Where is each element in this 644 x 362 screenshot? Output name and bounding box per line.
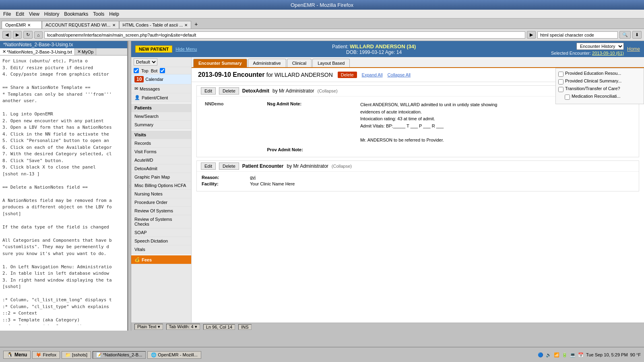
tab-encounter-summary[interactable]: Encounter Summary bbox=[193, 59, 247, 67]
selected-encounter-label: Selected Encounter: bbox=[551, 51, 591, 56]
home-link[interactable]: Home bbox=[627, 46, 640, 52]
sidebar-item-visits[interactable]: Visits bbox=[131, 131, 191, 139]
menu-tools[interactable]: Tools bbox=[93, 11, 104, 17]
taskbar-item-openemr[interactable]: 🌐 OpenEMR - Mozill... bbox=[147, 351, 201, 359]
editor-tab-1-label: *NationNotes_2-Base-3-Using.txt bbox=[7, 49, 72, 54]
menu-help[interactable]: Help bbox=[109, 11, 119, 17]
plain-text-status[interactable]: Plain Text ▾ bbox=[134, 324, 163, 330]
tab-clinical[interactable]: Clinical bbox=[287, 59, 312, 67]
editor-content[interactable]: For Linux (ubuntu/ etc), Pinta o 3. Edit… bbox=[0, 56, 127, 325]
top-checkbox[interactable] bbox=[134, 68, 139, 73]
sidebar-item-detoxadmit[interactable]: DetoxAdmit bbox=[131, 165, 191, 173]
tab-account-close[interactable]: ✕ bbox=[112, 23, 116, 27]
menu-history[interactable]: History bbox=[44, 11, 59, 17]
encounter-delete-button[interactable]: Delete bbox=[338, 72, 357, 78]
taskbar-item-firefox[interactable]: 🦊 Firefox bbox=[32, 351, 60, 359]
selected-encounter-link[interactable]: 2013-09-10 (61) bbox=[592, 51, 624, 56]
tab-html-codes[interactable]: HTML Codes - Table of ascii ... ✕ bbox=[119, 21, 192, 29]
sidebar-item-acutewd[interactable]: AcuteWD bbox=[131, 156, 191, 165]
start-button[interactable]: 🐧 Menu bbox=[3, 351, 31, 359]
sidebar-item-detoxadmit-label: DetoxAdmit bbox=[134, 166, 157, 171]
sidebar-item-new-search[interactable]: New/Search bbox=[131, 112, 191, 121]
menu-view[interactable]: View bbox=[29, 11, 39, 17]
detoxadmit-edit-button[interactable]: Edit bbox=[201, 87, 216, 95]
encounter-for-text: for WILLARD ANDERSON bbox=[266, 72, 333, 78]
sidebar-item-review-of-systems[interactable]: Review Of Systems bbox=[131, 207, 191, 215]
editor-tab-2-close[interactable]: ✕ bbox=[77, 49, 81, 54]
forward-button[interactable]: ▶ bbox=[13, 31, 22, 39]
menu-bookmarks[interactable]: Bookmarks bbox=[64, 11, 88, 17]
detoxadmit-collapse-link[interactable]: (Collapse) bbox=[317, 88, 337, 93]
editor-line: 7. With the desired Category selected, c… bbox=[2, 151, 125, 158]
detoxadmit-delete-button[interactable]: Delete bbox=[219, 87, 239, 95]
tab-layout-based[interactable]: Layout Based bbox=[312, 59, 350, 67]
patient-encounter-delete-button[interactable]: Delete bbox=[219, 162, 239, 170]
checkbox-transition-input[interactable] bbox=[558, 87, 564, 92]
patient-encounter-collapse-link[interactable]: (Collapse) bbox=[332, 164, 352, 169]
sidebar-item-calendar[interactable]: 10 Calendar bbox=[131, 74, 191, 84]
menu-file[interactable]: File bbox=[3, 11, 11, 17]
encounter-history-dropdown[interactable]: Encounter History bbox=[576, 43, 624, 50]
new-patient-button[interactable]: NEW PATIENT bbox=[135, 45, 172, 53]
sidebar-item-fees[interactable]: 💰 Fees bbox=[131, 255, 191, 264]
sidebar-item-messages[interactable]: ✉ Messages bbox=[131, 84, 191, 93]
start-icon: 🐧 bbox=[7, 352, 13, 358]
editor-tab-1-close[interactable]: ✕ bbox=[2, 49, 6, 54]
tab-account-request[interactable]: ACCOUNT REQUEST AND WI... ✕ bbox=[42, 21, 119, 29]
bot-checkbox[interactable] bbox=[160, 68, 165, 73]
sidebar-item-patients[interactable]: Patients bbox=[131, 104, 191, 112]
address-bar[interactable] bbox=[44, 31, 525, 39]
checkbox-education-input[interactable] bbox=[558, 72, 564, 77]
nav-style-dropdown[interactable]: Default bbox=[134, 58, 157, 66]
editor-tab-2[interactable]: ✕ MyOp bbox=[75, 48, 96, 55]
search-go-button[interactable]: 🔍 bbox=[619, 31, 631, 39]
expand-all-link[interactable]: Expand All bbox=[362, 72, 383, 77]
back-button[interactable]: ◀ bbox=[2, 31, 11, 39]
go-button[interactable]: ▶ bbox=[527, 31, 536, 39]
sidebar-item-procedure-order[interactable]: Procedure Order bbox=[131, 198, 191, 207]
refresh-button[interactable]: ↻ bbox=[23, 31, 33, 39]
tab-new-button[interactable]: + bbox=[191, 20, 201, 29]
taskbar-item-nationnotes[interactable]: 📝 *NationNotes_2-B... bbox=[93, 351, 146, 359]
sidebar-item-patient[interactable]: 👤 Patient/Client bbox=[131, 93, 191, 102]
hide-menu-button[interactable]: Hide Menu bbox=[175, 47, 197, 51]
sidebar-item-graphic-pain-map[interactable]: Graphic Pain Map bbox=[131, 173, 191, 181]
sidebar-item-summary[interactable]: Summary bbox=[131, 121, 191, 129]
checkbox-clinical-summary-input[interactable] bbox=[558, 79, 564, 84]
plain-text-dropdown-icon: ▾ bbox=[158, 324, 160, 329]
tab-html-close[interactable]: ✕ bbox=[184, 23, 188, 27]
collapse-all-link[interactable]: Collapse All bbox=[388, 72, 411, 77]
sidebar-item-speech-dictation[interactable]: Speech Dictation bbox=[131, 237, 191, 245]
sidebar-item-vitals[interactable]: Vitals bbox=[131, 245, 191, 254]
search-bar[interactable] bbox=[537, 31, 618, 39]
sidebar-item-records[interactable]: Records bbox=[131, 139, 191, 148]
tab-clinical-label: Clinical bbox=[292, 61, 306, 66]
encounter-select: Encounter History Selected Encounter: 20… bbox=[551, 43, 624, 56]
tab-openemr-close[interactable]: ✕ bbox=[27, 23, 31, 27]
panel-divider[interactable]: ⋮ bbox=[128, 41, 131, 331]
sidebar-item-nursing-notes[interactable]: Nursing Notes bbox=[131, 190, 191, 198]
editor-line: ::3 = Template (aka Category) bbox=[2, 317, 125, 324]
tab-account-label: ACCOUNT REQUEST AND WI... bbox=[45, 23, 111, 27]
sidebar-item-visit-forms[interactable]: Visit Forms bbox=[131, 148, 191, 156]
home-button[interactable]: ⌂ bbox=[34, 31, 43, 39]
facility-value: Your Clinic Name Here bbox=[250, 181, 295, 186]
taskbar-item-sshots[interactable]: 📁 [sshots] bbox=[62, 351, 91, 359]
patient-info: Patient: WILLARD ANDERSON (34) DOB: 1999… bbox=[200, 43, 548, 55]
editor-line: 2. In table list in left database window bbox=[2, 270, 125, 277]
patient-encounter-edit-button[interactable]: Edit bbox=[201, 162, 216, 170]
menu-edit[interactable]: Edit bbox=[16, 11, 24, 17]
sidebar-item-misc-billing[interactable]: Misc Billing Options HCFA bbox=[131, 181, 191, 190]
tab-administrative[interactable]: Administrative bbox=[248, 59, 286, 67]
ins-status: INS bbox=[238, 324, 251, 330]
download-button[interactable]: ⬇ bbox=[632, 31, 642, 39]
editor-tab-1[interactable]: ✕ *NationNotes_2-Base-3-Using.txt bbox=[0, 48, 75, 55]
tab-width-status[interactable]: Tab Width: 4 ▾ bbox=[166, 324, 200, 330]
sidebar-item-review-systems-checks[interactable]: Review of Systems Checks bbox=[131, 215, 191, 228]
sidebar-item-soap[interactable]: SOAP bbox=[131, 228, 191, 237]
editor-line: 3. Open a LBV form that has a NationNote… bbox=[2, 124, 125, 131]
sidebar-item-procedure-order-label: Procedure Order bbox=[134, 200, 167, 205]
tab-openemr[interactable]: OpenEMR ✕ bbox=[2, 21, 42, 29]
checkbox-medication-input[interactable] bbox=[565, 95, 570, 100]
checkbox-medication-label: Medication Reconciliati... bbox=[572, 94, 621, 99]
